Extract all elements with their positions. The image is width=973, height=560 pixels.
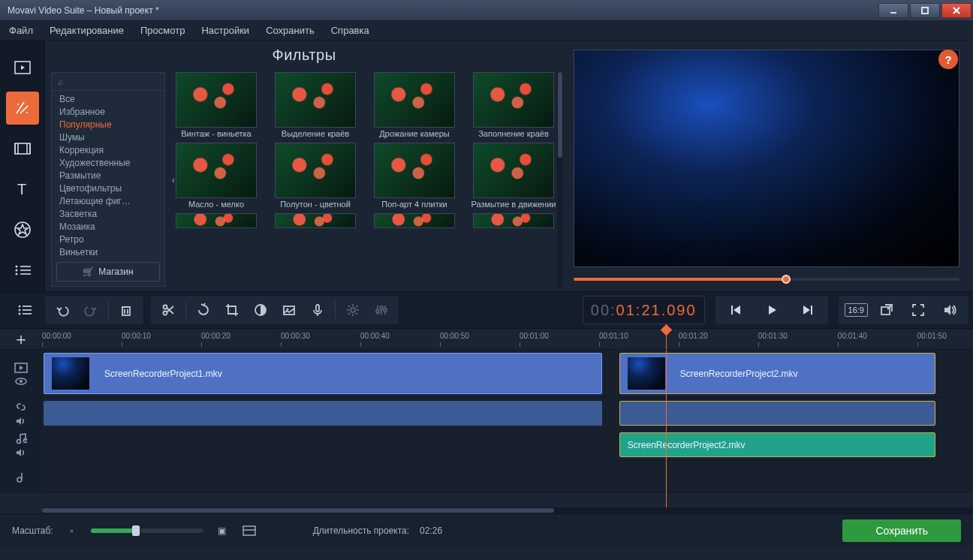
- close-button[interactable]: [941, 3, 971, 18]
- transport-controls: [715, 296, 828, 324]
- tool-stickers[interactable]: [6, 213, 39, 246]
- zoom-out-icon[interactable]: ▫: [64, 522, 80, 539]
- settings-gear-button[interactable]: [340, 299, 366, 321]
- menu-help[interactable]: Справка: [331, 25, 369, 36]
- filter-item[interactable]: Дрожание камеры: [369, 72, 459, 138]
- menu-edit[interactable]: Редактирование: [50, 25, 124, 36]
- track-head-audio[interactable]: [0, 429, 42, 460]
- clip-properties-button[interactable]: [276, 299, 302, 321]
- filter-category[interactable]: Цветофильтры: [52, 182, 164, 194]
- record-voice-button[interactable]: [305, 299, 330, 321]
- track-manager-button[interactable]: [12, 299, 38, 321]
- preview-viewport[interactable]: [574, 50, 959, 267]
- filter-category[interactable]: Размытие: [52, 169, 164, 182]
- filter-category[interactable]: Летающие фиг…: [52, 194, 164, 207]
- track-head-music[interactable]: [0, 461, 42, 492]
- timecode-display[interactable]: 00:01:21.090: [583, 296, 705, 324]
- filters-grid: ‹ Винтаж - виньеткаВыделение краёвДрожан…: [170, 72, 563, 291]
- help-button[interactable]: ?: [938, 50, 958, 69]
- zoom-slider[interactable]: [91, 528, 203, 533]
- next-frame-button[interactable]: [795, 299, 821, 321]
- menu-file[interactable]: Файл: [9, 25, 33, 36]
- filter-item[interactable]: Выделение краёв: [270, 72, 360, 138]
- menu-save[interactable]: Сохранить: [266, 25, 315, 36]
- clip-video-1[interactable]: ScreenRecorderProject1.mkv: [44, 353, 602, 394]
- undo-button[interactable]: [50, 299, 75, 321]
- filter-category[interactable]: Все: [52, 92, 164, 105]
- volume-button[interactable]: [937, 299, 962, 321]
- menu-view[interactable]: Просмотр: [140, 25, 185, 36]
- prev-frame-button[interactable]: [723, 299, 749, 321]
- filter-label: Поп-арт 4 плитки: [381, 200, 447, 209]
- track-head-linked-audio[interactable]: [0, 398, 42, 429]
- color-adjust-button[interactable]: [248, 299, 273, 321]
- aspect-ratio-selector[interactable]: 16:9: [845, 303, 868, 317]
- filter-item[interactable]: Поп-арт 4 плитки: [369, 143, 459, 209]
- mute-icon[interactable]: [15, 447, 27, 458]
- clip-video-2[interactable]: ScreenRecorderProject2.mkv: [619, 353, 936, 394]
- preview-pane: ?: [563, 41, 973, 291]
- delete-button[interactable]: [113, 299, 139, 321]
- rotate-button[interactable]: [191, 299, 216, 321]
- video-track[interactable]: ScreenRecorderProject1.mkv ScreenRecorde…: [42, 350, 973, 397]
- ruler-tick: 00:01:10: [599, 332, 628, 340]
- filter-category[interactable]: Избранное: [52, 105, 164, 118]
- clip-linked-audio-1[interactable]: [44, 401, 602, 426]
- tool-media[interactable]: [6, 51, 39, 84]
- menu-settings[interactable]: Настройки: [201, 25, 249, 36]
- clip-linked-audio-2[interactable]: [619, 401, 936, 426]
- filter-item[interactable]: Заполнение краёв: [468, 72, 559, 138]
- save-button[interactable]: Сохранить: [842, 519, 961, 542]
- filter-label: Размытие в движении: [471, 200, 556, 209]
- detach-preview-button[interactable]: [874, 299, 899, 321]
- add-track-button[interactable]: ＋: [0, 329, 42, 349]
- svg-point-43: [380, 306, 383, 309]
- preview-seek-bar[interactable]: [574, 273, 959, 285]
- filter-item[interactable]: Масло - мелко: [171, 143, 261, 209]
- mute-icon[interactable]: [15, 416, 27, 426]
- filter-category[interactable]: Коррекция: [52, 143, 164, 156]
- filter-item[interactable]: Винтаж - виньетка: [171, 72, 261, 138]
- minimize-button[interactable]: [878, 3, 908, 18]
- filter-category[interactable]: Мозаика: [52, 220, 164, 233]
- tool-transitions[interactable]: [6, 132, 39, 165]
- linked-audio-track[interactable]: [42, 398, 973, 429]
- filter-category[interactable]: Засветка: [52, 207, 164, 220]
- ruler-tick: 00:01:00: [520, 332, 549, 340]
- filter-category[interactable]: Виньетки: [52, 245, 164, 258]
- equalizer-button[interactable]: [369, 299, 394, 321]
- ruler-tick: 00:00:10: [122, 332, 151, 340]
- filter-category[interactable]: Художественные: [52, 156, 164, 169]
- split-button[interactable]: [155, 299, 181, 321]
- time-ruler[interactable]: 00:00:0000:00:1000:00:2000:00:3000:00:40…: [42, 329, 973, 349]
- tool-more[interactable]: [6, 254, 39, 287]
- play-button[interactable]: [759, 299, 785, 321]
- filter-category[interactable]: Популярные: [52, 118, 164, 131]
- timeline-scrollbar[interactable]: [42, 507, 973, 513]
- filter-category[interactable]: Ретро: [52, 233, 164, 245]
- visibility-icon[interactable]: [14, 377, 28, 386]
- filter-item[interactable]: Размытие в движении: [468, 143, 559, 209]
- tool-filters[interactable]: [6, 92, 39, 125]
- fit-zoom-icon[interactable]: [241, 522, 258, 539]
- filter-search[interactable]: ⌕ ✕: [52, 73, 164, 91]
- crop-button[interactable]: [219, 299, 245, 321]
- filters-scrollbar[interactable]: [557, 72, 563, 287]
- seek-knob[interactable]: [782, 275, 791, 284]
- music-track[interactable]: [42, 461, 973, 492]
- ruler-tick: 00:01:20: [679, 332, 708, 340]
- filter-search-input[interactable]: [66, 77, 179, 87]
- filter-category[interactable]: Шумы: [52, 131, 164, 143]
- zoom-in-icon[interactable]: ▣: [214, 522, 230, 539]
- clip-audio[interactable]: ScreenRecorderProject2.mkv: [619, 432, 936, 457]
- redo-button[interactable]: [78, 299, 104, 321]
- track-head-video[interactable]: [0, 350, 42, 397]
- maximize-button[interactable]: [910, 3, 940, 18]
- fullscreen-button[interactable]: [905, 299, 931, 321]
- audio-track[interactable]: ScreenRecorderProject2.mkv: [42, 429, 973, 460]
- shop-button[interactable]: 🛒 Магазин: [56, 262, 160, 282]
- filter-thumb: [275, 72, 356, 128]
- clip-thumb-icon: [52, 357, 89, 389]
- tool-titles[interactable]: T: [6, 173, 39, 206]
- filter-item[interactable]: Полутон - цветной: [270, 143, 360, 209]
